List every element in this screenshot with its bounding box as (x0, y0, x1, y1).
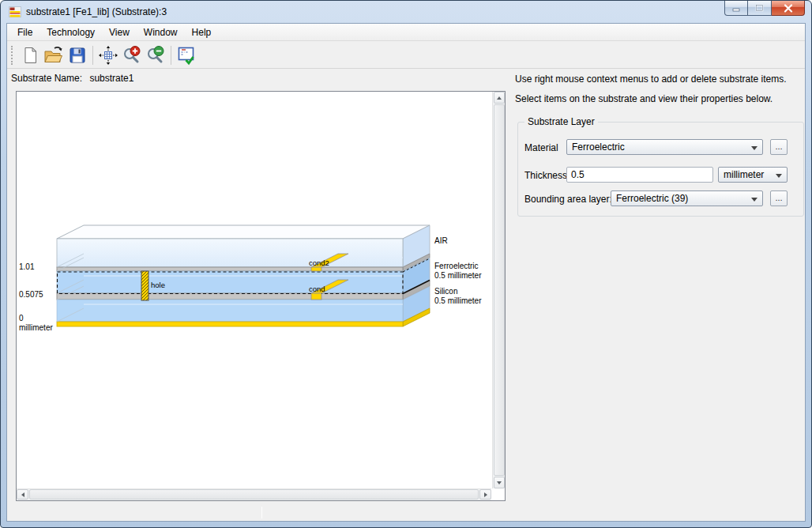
arrow-down-icon (497, 481, 502, 485)
scroll-down-button[interactable] (494, 477, 505, 488)
minimize-button[interactable] (724, 1, 748, 16)
properties-panel: Use right mouse context menus to add or … (513, 70, 802, 497)
substrate-layer-groupbox: Substrate Layer Material Ferroelectric .… (517, 122, 804, 217)
arrow-right-icon (484, 492, 487, 497)
bounding-area-label: Bounding area layer: (524, 194, 612, 205)
via-hole[interactable] (141, 271, 148, 300)
cond-layer-front[interactable] (57, 293, 403, 300)
zoom-in-button[interactable] (120, 44, 144, 66)
axis-unit: millimeter (19, 323, 53, 332)
material-value: Ferroelectric (572, 141, 625, 153)
save-button[interactable] (66, 44, 89, 66)
thickness-unit-value: millimeter (724, 169, 764, 180)
ferroelectric-front[interactable] (57, 271, 403, 293)
maximize-icon (755, 4, 764, 12)
chevron-down-icon (751, 198, 757, 202)
bounding-area-combobox[interactable]: Ferroelectric (39) (611, 190, 763, 206)
layer2-name-label: Silicon (434, 287, 457, 296)
air-front-face[interactable] (57, 239, 403, 267)
new-document-icon (21, 46, 39, 65)
arrow-left-icon (21, 492, 24, 497)
silicon-front[interactable] (57, 300, 403, 322)
vertical-scrollbar[interactable] (492, 92, 505, 488)
substrate-name-row: Substrate Name: substrate1 (11, 73, 133, 84)
air-label: AIR (434, 236, 448, 245)
zoom-out-button[interactable] (144, 44, 167, 66)
open-button[interactable] (42, 44, 66, 66)
substrate-layers-icon (9, 6, 21, 18)
status-bar-divider (261, 507, 262, 519)
new-document-button[interactable] (18, 44, 42, 66)
box-top-face (57, 225, 430, 239)
instruction-line-1: Use right mouse context menus to add or … (515, 74, 787, 85)
thickness-input[interactable] (566, 167, 713, 183)
pan-zoom-fit-button[interactable] (96, 44, 120, 66)
minimize-icon (732, 5, 740, 12)
material-label: Material (524, 142, 558, 153)
menu-window[interactable]: Window (137, 24, 185, 40)
via-label: hole (151, 281, 165, 289)
application-window: substrate1 [Fe1_lib] (Substrate):3 (0, 0, 812, 528)
save-icon (68, 46, 87, 65)
layer2-thickness-label: 0.5 millimeter (434, 296, 482, 305)
chevron-down-icon (776, 174, 782, 178)
thickness-unit-combobox[interactable]: millimeter (718, 167, 788, 183)
layer1-name-label: Ferroelectric (434, 262, 479, 270)
zoom-in-icon (122, 45, 142, 66)
scroll-right-button[interactable] (479, 489, 491, 500)
substrate-check-button[interactable] (175, 44, 198, 66)
horizontal-scrollbar[interactable] (17, 488, 491, 500)
cond2-label: cond2 (309, 258, 329, 267)
maximize-button[interactable] (748, 1, 772, 16)
axis-tick-bottom: 0 (19, 314, 24, 322)
menu-bar: File Technology View Window Help (7, 24, 805, 41)
title-bar[interactable]: substrate1 [Fe1_lib] (Substrate):3 (1, 1, 811, 23)
menu-technology[interactable]: Technology (39, 24, 102, 40)
toolbar-grip[interactable] (11, 46, 15, 65)
axis-tick-top: 1.01 (19, 262, 35, 271)
horizontal-scrollbar-thumb[interactable] (29, 489, 479, 500)
substrate-name-value: substrate1 (85, 73, 133, 84)
close-button[interactable] (772, 1, 805, 16)
cond-label: cond (309, 285, 325, 293)
substrate-drawing[interactable]: cond2 cond hole 1.01 0.5075 0 millimeter… (17, 92, 492, 488)
toolbar-separator (92, 46, 93, 65)
zoom-out-icon (145, 45, 166, 66)
axis-tick-mid: 0.5075 (19, 290, 43, 299)
bounding-area-value: Ferroelectric (39) (616, 193, 688, 204)
arrow-up-icon (497, 96, 502, 100)
menu-help[interactable]: Help (185, 24, 219, 40)
groupbox-title: Substrate Layer (524, 116, 598, 127)
substrate-name-label: Substrate Name: (11, 73, 82, 84)
chevron-down-icon (751, 146, 757, 150)
thickness-label: Thickness (524, 170, 567, 181)
substrate-check-icon (176, 45, 197, 66)
vertical-scrollbar-thumb[interactable] (494, 104, 505, 476)
layer1-thickness-label: 0.5 millimeter (434, 271, 482, 280)
scroll-up-button[interactable] (494, 92, 505, 104)
pan-zoom-fit-icon (98, 45, 118, 66)
bounding-area-more-button[interactable]: ... (770, 190, 788, 206)
substrate-canvas[interactable]: cond2 cond hole 1.01 0.5075 0 millimeter… (16, 91, 506, 501)
material-combobox[interactable]: Ferroelectric (566, 139, 763, 155)
toolbar-separator (171, 46, 171, 65)
open-folder-icon (43, 46, 64, 65)
menu-file[interactable]: File (10, 24, 39, 40)
status-bar (7, 504, 805, 521)
instruction-line-2: Select items on the substrate and view t… (515, 93, 773, 104)
cond2-layer-front[interactable] (57, 267, 403, 271)
ground-front[interactable] (57, 322, 403, 326)
scroll-left-button[interactable] (17, 489, 28, 500)
window-title: substrate1 [Fe1_lib] (Substrate):3 (26, 6, 167, 17)
close-icon (784, 4, 793, 13)
client-area: File Technology View Window Help (6, 23, 806, 522)
menu-view[interactable]: View (102, 24, 137, 40)
toolbar (7, 42, 805, 69)
material-more-button[interactable]: ... (770, 139, 788, 155)
